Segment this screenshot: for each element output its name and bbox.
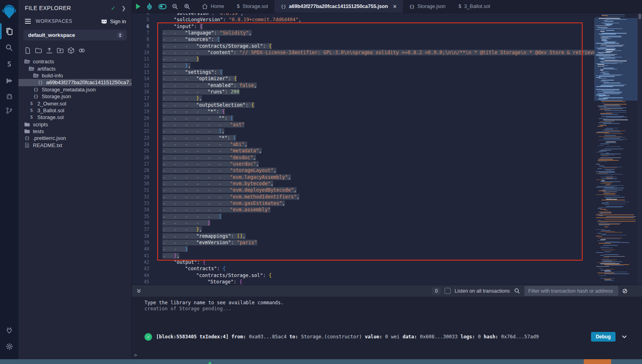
minimap-line	[603, 193, 616, 194]
editor-scrollbar[interactable]	[638, 13, 642, 285]
minimap-line	[599, 166, 604, 166]
transaction-filter-input[interactable]	[524, 286, 618, 296]
scrollbar-thumb[interactable]	[638, 14, 641, 19]
upload-folder-icon[interactable]	[57, 47, 64, 54]
debugger-icon[interactable]	[0, 89, 18, 103]
line-number: 28	[132, 167, 157, 174]
tab-Home[interactable]: Home	[195, 0, 230, 13]
terminal-output[interactable]: Type the library name to see available c…	[132, 297, 642, 359]
tab-a69b43f277ba20fcac141151250ca755.json[interactable]: {}a69b43f277ba20fcac141151250ca755.json×	[274, 0, 403, 13]
tab-Storage.sol[interactable]: SStorage.sol	[230, 0, 274, 13]
code-editor[interactable]: 4"solcVersion": "0.8.19",5"solcLongVersi…	[132, 13, 642, 285]
minimap-line	[599, 212, 612, 212]
tree-item-.prettierrc.json[interactable]: {}.prettierrc.json	[18, 135, 132, 142]
minimap-line	[600, 222, 607, 223]
solidity-compiler-icon[interactable]: S	[0, 57, 18, 71]
tree-item-artifacts[interactable]: artifacts	[18, 65, 132, 72]
close-tab-icon[interactable]: ×	[393, 3, 396, 10]
zoom-in-icon[interactable]	[184, 3, 191, 10]
deploy-and-run-icon[interactable]	[0, 73, 18, 88]
minimap-line	[604, 226, 608, 227]
minimap[interactable]	[594, 13, 638, 285]
line-number: 43	[132, 265, 157, 272]
minimap-line	[596, 266, 609, 267]
toggle-icon[interactable]	[158, 4, 167, 9]
chevron-right-icon[interactable]: ❯	[122, 5, 126, 11]
minimap-line	[597, 221, 636, 222]
workspaces-label: WORKSPACES	[36, 18, 72, 24]
minimap-line	[596, 194, 616, 195]
tree-item-Storage.json[interactable]: {}Storage.json	[18, 93, 132, 100]
link-icon[interactable]	[78, 47, 85, 54]
minimap-line	[601, 230, 611, 231]
minimap-line	[601, 235, 626, 236]
terminal-search-icon[interactable]	[514, 288, 520, 294]
status-bar	[0, 359, 642, 364]
minimap-line	[603, 123, 620, 124]
minimap-line	[603, 138, 621, 139]
minimap-line	[606, 202, 629, 202]
code-line-28: 28→→→→→→"storageLayout",	[132, 167, 642, 174]
minimap-line	[599, 224, 610, 225]
tab-3_Ballot.sol[interactable]: S3_Ballot.sol	[452, 0, 496, 13]
zoom-out-icon[interactable]	[172, 3, 179, 10]
tree-item-a69b43f277ba20fcac141151250ca7...[interactable]: {}a69b43f277ba20fcac141151250ca7...	[18, 79, 132, 86]
file-explorer-icon[interactable]	[0, 24, 18, 38]
code-line-36: 36→→→→}	[132, 220, 642, 226]
line-number: 6	[132, 23, 157, 30]
folder-icon	[24, 129, 30, 134]
json-icon: {}	[33, 94, 39, 99]
remix-logo-icon[interactable]	[2, 3, 17, 19]
collapse-terminal-icon[interactable]	[136, 288, 142, 294]
tree-item-scripts[interactable]: scripts	[18, 121, 132, 128]
tree-item-tests[interactable]: tests	[18, 128, 132, 135]
clear-console-icon[interactable]: ⊘	[622, 287, 628, 295]
search-icon[interactable]	[0, 40, 18, 55]
workspace-select-toggle-icon[interactable]	[117, 32, 124, 38]
sign-in-button[interactable]: Sign in	[101, 18, 126, 24]
json-icon: {}	[33, 87, 39, 92]
minimap-line	[606, 49, 615, 50]
minimap-line	[603, 192, 618, 192]
new-folder-icon[interactable]	[35, 47, 42, 54]
tree-item-build-info[interactable]: build-info	[18, 72, 132, 79]
minimap-line	[601, 204, 626, 204]
minimap-line	[597, 238, 622, 239]
tree-item-Storage.sol[interactable]: SStorage.sol	[18, 114, 132, 121]
publish-ipfs-cube-icon[interactable]	[67, 47, 75, 54]
folder-open-icon	[33, 73, 39, 78]
terminal-prompt[interactable]: >	[134, 352, 137, 358]
minimap-line	[604, 169, 615, 170]
minimap-line	[606, 24, 612, 25]
debug-button[interactable]: Debug	[591, 332, 616, 342]
code-line-30: 30→→→→→→"evm.bytecode",	[132, 180, 642, 187]
scam-alert-badge[interactable]	[584, 359, 611, 364]
plugin-manager-icon[interactable]	[0, 323, 18, 338]
line-number: 21	[132, 121, 157, 128]
line-number: 37	[132, 226, 157, 233]
line-number: 38	[132, 233, 157, 239]
terminal-log-line: creation of Storage pending...	[132, 306, 642, 312]
tree-item-contracts[interactable]: contracts	[18, 58, 132, 65]
tab-Storage.json[interactable]: {}Storage.json	[403, 0, 452, 13]
ai-assistant-icon[interactable]	[146, 3, 153, 10]
upload-file-icon[interactable]	[46, 47, 53, 54]
listen-all-transactions-checkbox[interactable]	[445, 288, 451, 294]
line-number: 20	[132, 115, 157, 121]
git-icon[interactable]	[0, 103, 18, 118]
minimap-line	[603, 168, 617, 168]
tree-item-3_Ballot.sol[interactable]: S3_Ballot.sol	[18, 107, 132, 114]
transaction-log-row[interactable]: ✓ [block:5583405 txIndex:4] from: 0xa03.…	[144, 332, 628, 342]
check-icon: ✓	[111, 5, 116, 11]
workspace-select[interactable]: default_workspace	[23, 30, 127, 40]
tree-item-Storage_metadata.json[interactable]: {}Storage_metadata.json	[18, 86, 132, 93]
expand-transaction-icon[interactable]	[621, 334, 628, 340]
tree-item-2_Owner.sol[interactable]: S2_Owner.sol	[18, 100, 132, 107]
minimap-line	[604, 197, 625, 198]
settings-gear-icon[interactable]	[0, 339, 18, 354]
tree-item-README.txt[interactable]: README.txt	[18, 142, 132, 149]
new-file-icon[interactable]	[24, 47, 31, 54]
run-script-icon[interactable]	[136, 4, 140, 9]
workspaces-menu-icon[interactable]	[25, 18, 31, 25]
sol-icon: S	[237, 4, 240, 9]
